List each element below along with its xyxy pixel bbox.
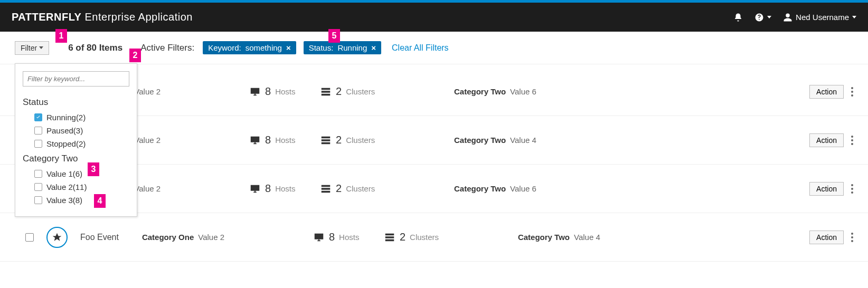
- cat2-value: Value 6: [510, 87, 536, 96]
- filter-option-label: Value 3(8): [46, 196, 82, 205]
- checkbox[interactable]: [34, 170, 42, 178]
- filter-option-label: Value 1(6): [46, 169, 82, 178]
- toolbar: Filter 6 of 80 Items Active Filters: Key…: [0, 32, 868, 64]
- cat1-key: Category One: [142, 233, 194, 242]
- hosts-label: Hosts: [275, 136, 295, 145]
- filter-button-label: Filter: [21, 44, 37, 52]
- hosts-label: Hosts: [275, 184, 295, 193]
- filter-chip: Keyword: something ×: [203, 41, 296, 54]
- filter-group-title: Category Two: [23, 153, 129, 164]
- help-menu[interactable]: [754, 13, 771, 22]
- filter-option[interactable]: Running(2): [23, 111, 129, 124]
- clusters-label: Clusters: [346, 87, 375, 96]
- chip-key: Keyword:: [208, 43, 241, 52]
- cat1-value: Value 2: [198, 233, 224, 242]
- kebab-menu[interactable]: [849, 133, 853, 147]
- brand-bold: PATTERNFLY: [12, 11, 81, 23]
- checkbox[interactable]: [34, 127, 42, 135]
- chip-value: Running: [337, 43, 367, 52]
- cat2-key: Category Two: [454, 136, 506, 145]
- chip-key: Status:: [309, 43, 334, 52]
- cat2-key: Category Two: [454, 87, 506, 96]
- chip-value: something: [246, 43, 282, 52]
- screen-icon: [249, 135, 261, 146]
- filter-dropdown-toggle[interactable]: Filter: [15, 41, 49, 55]
- hosts-count: 8: [329, 231, 335, 243]
- clear-all-filters-link[interactable]: Clear All Filters: [392, 43, 449, 53]
- filter-option-label: Value 2(11): [46, 183, 87, 191]
- row-checkbox[interactable]: [25, 233, 34, 242]
- chevron-down-icon: [39, 46, 43, 49]
- filter-option[interactable]: Stopped(2): [23, 137, 129, 150]
- checkbox[interactable]: [34, 140, 42, 148]
- screen-icon: [249, 86, 261, 98]
- chevron-down-icon: [767, 16, 771, 18]
- row-action-button[interactable]: Action: [809, 182, 844, 196]
- filter-chip: Status: Running ×: [304, 41, 381, 54]
- cat1-value: Value 2: [134, 136, 161, 145]
- clusters-count: 2: [336, 85, 342, 98]
- hosts-count: 8: [265, 85, 271, 98]
- cat1-value: Value 2: [134, 184, 161, 193]
- filter-option[interactable]: Value 2(11): [23, 180, 129, 194]
- hosts-label: Hosts: [275, 87, 295, 96]
- clusters-label: Clusters: [346, 136, 375, 145]
- filter-option-label: Running(2): [46, 113, 86, 122]
- masthead: PATTERNFLY Enterprise Application Ned Us…: [0, 3, 868, 32]
- list-item[interactable]: Foo EventCategory OneValue 28Hosts2Clust…: [0, 213, 868, 262]
- cat1-value: Value 2: [134, 87, 161, 96]
- hosts-count: 8: [265, 134, 271, 146]
- cat2-value: Value 6: [510, 184, 536, 193]
- hosts-count: 8: [265, 183, 271, 195]
- checkbox[interactable]: [34, 196, 42, 204]
- filter-option[interactable]: Value 1(6): [23, 167, 129, 180]
- cat2-key: Category Two: [518, 233, 570, 242]
- screen-icon: [249, 183, 261, 195]
- clusters-count: 2: [336, 134, 342, 146]
- user-menu[interactable]: Ned Username: [783, 13, 856, 22]
- clusters-label: Clusters: [410, 233, 439, 242]
- help-icon: [754, 13, 764, 22]
- checkbox[interactable]: [34, 183, 42, 191]
- filter-option-label: Stopped(2): [46, 139, 86, 148]
- cluster-icon: [320, 135, 332, 146]
- row-action-button[interactable]: Action: [809, 231, 844, 244]
- clusters-label: Clusters: [346, 184, 375, 193]
- notifications-button[interactable]: [733, 13, 743, 22]
- cluster-icon: [384, 232, 395, 243]
- active-filters-label: Active Filters:: [140, 43, 194, 53]
- chip-remove-icon[interactable]: ×: [371, 43, 376, 52]
- row-action-button[interactable]: Action: [809, 133, 844, 147]
- row-action-button[interactable]: Action: [809, 85, 844, 99]
- cat2-value: Value 4: [574, 233, 600, 242]
- chevron-down-icon: [852, 16, 856, 18]
- clusters-count: 2: [400, 231, 405, 243]
- row-type-icon: [46, 227, 68, 248]
- filter-group-title: Status: [23, 97, 129, 108]
- result-count: 6 of 80 Items: [68, 43, 122, 53]
- user-name: Ned Username: [796, 13, 849, 22]
- hosts-label: Hosts: [339, 233, 359, 242]
- chip-remove-icon[interactable]: ×: [286, 43, 291, 52]
- cat2-key: Category Two: [454, 184, 506, 193]
- kebab-menu[interactable]: [849, 85, 853, 99]
- row-title: Foo Event: [80, 233, 119, 242]
- filter-keyword-input[interactable]: [23, 71, 129, 87]
- filter-option[interactable]: Paused(3): [23, 124, 129, 137]
- screen-icon: [313, 232, 325, 243]
- filter-panel: StatusRunning(2)Paused(3)Stopped(2)Categ…: [15, 63, 137, 217]
- clusters-count: 2: [336, 183, 342, 195]
- brand-light: Enterprise Application: [84, 11, 192, 23]
- checkbox[interactable]: [34, 113, 42, 121]
- kebab-menu[interactable]: [849, 231, 853, 244]
- user-icon: [783, 13, 792, 22]
- brand: PATTERNFLY Enterprise Application: [12, 11, 193, 23]
- bell-icon: [733, 13, 743, 22]
- cluster-icon: [320, 86, 332, 98]
- kebab-menu[interactable]: [849, 182, 853, 196]
- cat2-value: Value 4: [510, 136, 536, 145]
- filter-option-label: Paused(3): [46, 126, 83, 135]
- filter-option[interactable]: Value 3(8): [23, 194, 129, 207]
- cluster-icon: [320, 183, 332, 195]
